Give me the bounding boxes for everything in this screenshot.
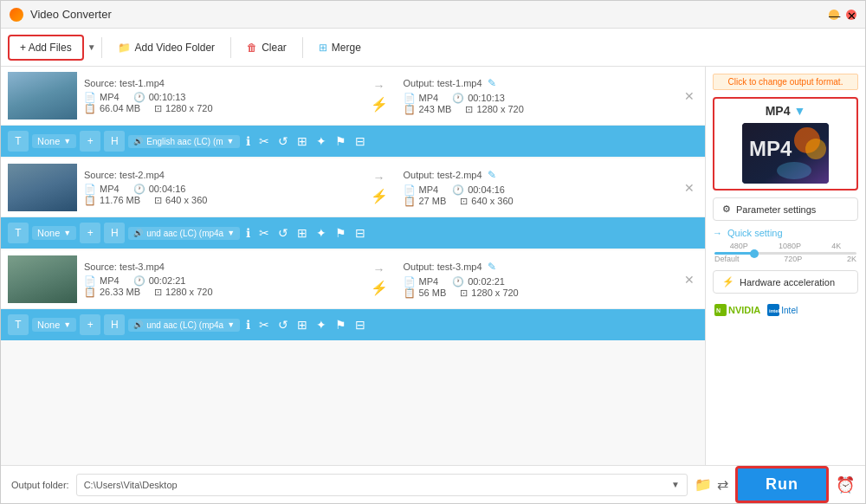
none-label-3: None	[37, 320, 60, 330]
clear-button[interactable]: 🗑 Clear	[236, 36, 297, 59]
subtitle-select-3: None ▼	[32, 318, 76, 332]
file-output-3: Output: test-3.mp4 ✎ 📄 MP4 🕐 00:02:21	[397, 261, 682, 299]
plus-btn-1[interactable]: +	[80, 131, 100, 152]
crop-icon-2[interactable]: ⊞	[294, 226, 310, 240]
add-folder-button[interactable]: 📁 Add Video Folder	[107, 36, 226, 59]
source-size-3: 📋 26.33 MB	[84, 287, 140, 298]
source-format-3: 📄 MP4	[84, 275, 120, 287]
watermark-icon-1[interactable]: ⚑	[333, 134, 349, 148]
crop-icon-3[interactable]: ⊞	[294, 318, 310, 332]
nvidia-icon: N	[714, 304, 727, 316]
add-files-button[interactable]: + Add Files	[8, 35, 84, 61]
add-files-dropdown[interactable]: ▼	[87, 42, 96, 52]
app-icon	[10, 8, 23, 22]
clock-icon-2: 🕐	[133, 184, 145, 195]
merge-icon: ⊞	[319, 42, 327, 54]
out-file-icon-3: 📋	[404, 288, 416, 299]
export-button[interactable]: ⇄	[717, 476, 728, 493]
source-duration-2: 🕐 00:04:16	[133, 184, 186, 195]
file-item-group-3: Source: test-3.mp4 📄 MP4 🕐 00:02:21	[1, 250, 705, 340]
run-button[interactable]: Run	[735, 466, 829, 503]
out-file-icon-1: 📋	[404, 104, 416, 115]
edit-icon-3[interactable]: ✎	[488, 261, 496, 273]
output-res-3: ⊡ 1280 x 720	[460, 288, 518, 299]
file-row-1: Source: test-1.mp4 📄 MP4 🕐 00:10:13	[1, 67, 705, 126]
format-selector[interactable]: MP4 ▼	[713, 97, 858, 191]
scissors-icon-1[interactable]: ✂	[256, 134, 272, 148]
source-size-1: 📋 66.04 MB	[84, 103, 140, 114]
output-duration-1: 🕐 00:10:13	[452, 93, 505, 104]
output-duration-3: 🕐 00:02:21	[452, 276, 505, 288]
format-preview-img: MP4	[742, 123, 829, 184]
output-path-dropdown[interactable]: ▼	[671, 480, 680, 489]
crop-icon-1[interactable]: ⊞	[294, 134, 310, 148]
main-content: Source: test-1.mp4 📄 MP4 🕐 00:10:13	[1, 67, 865, 465]
edit-icon-2[interactable]: ✎	[488, 169, 496, 181]
toolbar-divider-1	[101, 37, 102, 58]
out-format-icon-3: 📄	[404, 276, 416, 288]
watermark-icon-3[interactable]: ⚑	[333, 318, 349, 332]
out-file-icon-2: 📋	[404, 196, 416, 207]
close-file-2[interactable]: ✕	[681, 178, 698, 198]
close-file-1[interactable]: ✕	[681, 86, 698, 107]
format-hint: Click to change output format.	[713, 74, 858, 90]
subtitle-icon-1[interactable]: ⊟	[352, 134, 368, 148]
svg-text:intel: intel	[769, 308, 779, 313]
merge-button[interactable]: ⊞ Merge	[308, 36, 372, 59]
effect-icon-1[interactable]: ✦	[313, 134, 329, 148]
info-icon-1[interactable]: ℹ	[243, 134, 253, 148]
hw-accel-button[interactable]: ⚡ Hardware acceleration	[713, 270, 858, 294]
file-item-group-2: Source: test-2.mp4 📄 MP4 🕐 00:04:16	[1, 158, 705, 249]
rotate-icon-3[interactable]: ↺	[275, 318, 291, 332]
schedule-button[interactable]: ⏰	[836, 475, 855, 494]
edit-icon-1[interactable]: ✎	[488, 77, 496, 89]
file-output-1: Output: test-1.mp4 ✎ 📄 MP4 🕐 00:10:13	[397, 77, 682, 115]
minimize-button[interactable]: —	[829, 10, 839, 20]
clear-icon: 🗑	[247, 42, 257, 54]
info-icon-2[interactable]: ℹ	[243, 226, 253, 240]
arrow-section-3: → ⚡	[362, 262, 397, 296]
close-button[interactable]: ✕	[846, 10, 856, 20]
text-btn-3[interactable]: T	[8, 314, 29, 335]
format-dropdown[interactable]: MP4 ▼	[766, 104, 806, 118]
source-size-2: 📋 11.76 MB	[84, 195, 140, 206]
subtitle-icon-3[interactable]: ⊟	[352, 318, 368, 332]
text-btn-2[interactable]: T	[8, 223, 29, 243]
subtitle-icon-2[interactable]: ⊟	[352, 226, 368, 240]
output-path-input[interactable]	[84, 480, 668, 490]
plus-btn-2[interactable]: +	[80, 223, 100, 243]
scissors-icon-2[interactable]: ✂	[256, 226, 272, 240]
watermark-icon-2[interactable]: ⚑	[333, 226, 349, 240]
effect-icon-3[interactable]: ✦	[313, 318, 329, 332]
clock-icon-3: 🕐	[133, 275, 145, 287]
h-btn-3[interactable]: H	[104, 314, 125, 335]
param-settings-button[interactable]: ⚙ Parameter settings	[713, 197, 858, 221]
arrow-icon-2: →	[373, 171, 385, 184]
thumbnail-2	[8, 164, 77, 211]
h-btn-1[interactable]: H	[104, 131, 125, 152]
info-icon-3[interactable]: ℹ	[243, 318, 253, 332]
quality-labels-top: 480P 1080P 4K	[714, 242, 856, 250]
source-duration-1: 🕐 00:10:13	[133, 92, 186, 103]
title-bar: Video Converter — ✕	[1, 1, 865, 29]
file-icon-2: 📋	[84, 195, 96, 206]
quality-slider[interactable]	[714, 252, 856, 255]
output-label-1: Output: test-1.mp4 ✎	[404, 77, 675, 89]
output-label: Output folder:	[11, 480, 69, 490]
arrow-section-2: → ⚡	[362, 171, 397, 204]
effect-icon-2[interactable]: ✦	[313, 226, 329, 240]
file-icon-3: 📋	[84, 287, 96, 298]
output-label-2: Output: test-2.mp4 ✎	[404, 169, 675, 181]
text-btn-1[interactable]: T	[8, 131, 29, 152]
close-file-3[interactable]: ✕	[681, 269, 698, 290]
svg-point-4	[777, 162, 811, 179]
open-folder-button[interactable]: 📁	[695, 476, 712, 493]
scissors-icon-3[interactable]: ✂	[256, 318, 272, 332]
rotate-icon-1[interactable]: ↺	[275, 134, 291, 148]
rotate-icon-2[interactable]: ↺	[275, 226, 291, 240]
slider-thumb[interactable]	[750, 249, 759, 258]
plus-btn-3[interactable]: +	[80, 314, 100, 335]
quick-setting-label: Quick setting	[727, 228, 783, 238]
audio-select-3: 🔊 und aac (LC) (mp4a ▼	[128, 319, 240, 332]
h-btn-2[interactable]: H	[104, 223, 125, 243]
